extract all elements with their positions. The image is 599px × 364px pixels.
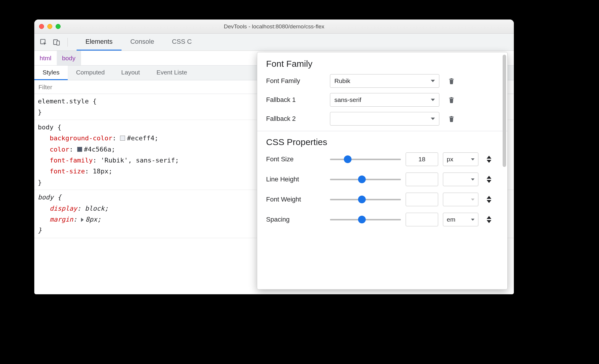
property-stepper[interactable] <box>483 196 495 203</box>
colon: : <box>112 134 120 142</box>
stepper-down-icon[interactable] <box>487 160 491 163</box>
semicolon: ; <box>109 168 112 175</box>
stepper-down-icon[interactable] <box>487 200 491 203</box>
inspect-element-icon[interactable] <box>38 37 48 47</box>
stepper-down-icon[interactable] <box>487 220 491 223</box>
property-slider[interactable] <box>330 195 401 204</box>
expand-shorthand-icon[interactable] <box>81 218 84 222</box>
css-property-name: font-size <box>50 168 85 175</box>
css-property-value: 8px <box>85 216 97 223</box>
property-stepper[interactable] <box>483 176 495 183</box>
subtab-layout[interactable]: Layout <box>113 66 148 80</box>
chevron-down-icon <box>431 99 435 101</box>
toolbar-divider <box>67 38 68 47</box>
stepper-down-icon[interactable] <box>487 180 491 183</box>
css-property-row: Font Size18px <box>266 152 498 166</box>
stepper-up-icon[interactable] <box>487 156 491 159</box>
slider-thumb[interactable] <box>344 155 352 163</box>
css-property-value: block <box>85 205 104 212</box>
css-selector[interactable]: element.style <box>38 98 89 105</box>
stepper-up-icon[interactable] <box>487 176 491 179</box>
subtab-event-listeners[interactable]: Event Liste <box>148 66 195 80</box>
breadcrumb-body[interactable]: body <box>57 51 81 65</box>
colon: : <box>85 168 93 175</box>
font-family-select[interactable]: sans-serif <box>330 93 439 107</box>
brace-open: { <box>89 98 97 105</box>
property-unit-select[interactable]: em <box>443 213 478 226</box>
property-unit-value: px <box>447 156 453 163</box>
colon: : <box>69 146 77 153</box>
chevron-down-icon <box>471 158 475 160</box>
window-titlebar: DevTools - localhost:8080/demo/css-flex <box>34 20 514 34</box>
stepper-up-icon[interactable] <box>487 216 491 219</box>
css-property-row: Spacingem <box>266 213 498 226</box>
chevron-down-icon <box>431 118 435 120</box>
property-slider[interactable] <box>330 155 401 164</box>
css-property-value: #eceff4 <box>127 134 154 142</box>
css-property-label: Font Weight <box>266 196 325 203</box>
delete-font-button[interactable] <box>444 115 459 123</box>
font-family-label: Fallback 1 <box>266 96 325 104</box>
css-property-name: font-family <box>50 157 93 164</box>
css-property-label: Line Height <box>266 176 325 183</box>
property-slider[interactable] <box>330 215 401 224</box>
font-editor-popover: Font Family Font FamilyRubikFallback 1sa… <box>257 52 508 290</box>
css-property-value: #4c566a <box>84 146 111 153</box>
svg-rect-2 <box>57 41 59 45</box>
property-value-input[interactable] <box>406 173 438 186</box>
css-property-name: color <box>50 146 69 153</box>
stepper-up-icon[interactable] <box>487 196 491 199</box>
property-value-input[interactable] <box>406 213 438 226</box>
breadcrumb-html[interactable]: html <box>34 51 57 65</box>
subtab-styles[interactable]: Styles <box>34 66 68 80</box>
property-unit-select[interactable]: px <box>443 152 478 166</box>
color-swatch[interactable] <box>77 147 82 152</box>
window-maximize-button[interactable] <box>56 24 61 29</box>
font-family-select[interactable] <box>330 112 439 126</box>
slider-thumb[interactable] <box>358 176 366 183</box>
font-family-row: Fallback 1sans-serif <box>266 93 498 107</box>
device-toolbar-icon[interactable] <box>51 37 61 47</box>
brace-close: } <box>38 227 42 234</box>
tab-elements[interactable]: Elements <box>77 34 122 51</box>
property-value-input[interactable]: 18 <box>406 152 438 166</box>
chevron-down-icon <box>471 219 475 221</box>
semicolon: ; <box>175 157 179 164</box>
colon: : <box>73 216 81 223</box>
css-property-name: background-color <box>50 134 112 142</box>
tab-css-overview[interactable]: CSS C <box>163 34 200 51</box>
delete-font-button[interactable] <box>444 77 459 85</box>
slider-thumb[interactable] <box>358 196 366 203</box>
css-property-label: Spacing <box>266 216 325 223</box>
property-stepper[interactable] <box>483 156 495 163</box>
color-swatch[interactable] <box>120 136 125 141</box>
font-family-select[interactable]: Rubik <box>330 74 439 88</box>
property-stepper[interactable] <box>483 216 495 223</box>
tab-console[interactable]: Console <box>122 34 163 51</box>
css-property-name: margin <box>50 216 73 223</box>
css-property-row: Line Height <box>266 173 498 186</box>
property-value-input[interactable] <box>406 193 438 206</box>
window-close-button[interactable] <box>39 24 44 29</box>
font-family-label: Fallback 2 <box>266 115 325 123</box>
css-selector[interactable]: body <box>38 124 54 131</box>
delete-font-button[interactable] <box>444 96 459 104</box>
css-property-value: 'Rubik', sans-serif <box>101 157 175 164</box>
font-family-heading: Font Family <box>266 59 498 69</box>
property-slider[interactable] <box>330 175 401 184</box>
popover-scrollbar[interactable] <box>503 55 506 167</box>
semicolon: ; <box>104 205 108 212</box>
window-minimize-button[interactable] <box>47 24 52 29</box>
property-unit-select <box>443 193 478 206</box>
font-family-row: Fallback 2 <box>266 112 498 126</box>
popover-divider <box>257 131 507 131</box>
slider-thumb[interactable] <box>358 216 366 223</box>
css-property-label: Font Size <box>266 155 325 163</box>
font-family-label: Font Family <box>266 77 325 85</box>
devtools-tabs: Elements Console CSS C <box>77 34 201 51</box>
subtab-computed[interactable]: Computed <box>68 66 113 80</box>
brace-open: { <box>54 194 61 201</box>
brace-open: { <box>54 124 61 131</box>
property-unit-select[interactable] <box>443 173 478 186</box>
css-selector[interactable]: body <box>38 194 54 201</box>
